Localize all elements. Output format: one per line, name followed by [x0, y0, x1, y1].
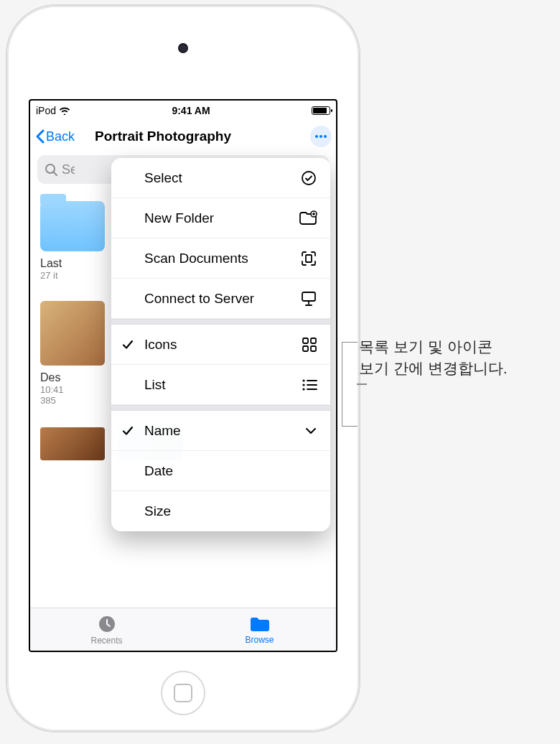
battery-icon — [312, 106, 330, 115]
checkmark-icon — [121, 338, 134, 351]
svg-point-0 — [315, 135, 318, 138]
menu-label: List — [144, 377, 166, 393]
carrier-label: iPod — [36, 105, 56, 116]
menu-separator — [111, 405, 330, 411]
menu-label: Date — [144, 463, 173, 479]
back-label: Back — [46, 129, 75, 144]
wifi-icon — [59, 106, 70, 115]
search-placeholder: Search — [62, 162, 75, 177]
menu-item-sort-size[interactable]: Size — [111, 491, 330, 531]
nav-bar: Back Portrait Photography — [30, 121, 336, 152]
svg-point-3 — [46, 164, 55, 173]
callout-line1: 목록 보기 및 아이콘 — [359, 336, 508, 358]
menu-label: Icons — [144, 337, 177, 353]
server-icon — [300, 291, 317, 307]
ellipsis-icon — [314, 134, 327, 139]
tab-browse[interactable]: Browse — [183, 608, 336, 651]
callout-bracket — [342, 342, 358, 427]
menu-item-new-folder[interactable]: New Folder — [111, 198, 330, 238]
menu-item-sort-date[interactable]: Date — [111, 451, 330, 491]
actions-menu: Select New Folder Scan Documents Connect… — [111, 158, 330, 531]
svg-point-5 — [302, 172, 315, 185]
svg-line-4 — [54, 172, 57, 175]
svg-point-14 — [302, 383, 304, 386]
checkmark-icon — [121, 424, 134, 437]
menu-item-connect-server[interactable]: Connect to Server — [111, 279, 330, 319]
back-button[interactable]: Back — [34, 129, 75, 144]
file-thumbnail[interactable] — [40, 301, 105, 366]
menu-item-scan-documents[interactable]: Scan Documents — [111, 238, 330, 279]
menu-label: Select — [144, 170, 182, 186]
status-bar: iPod 9:41 AM — [30, 101, 336, 121]
search-icon — [45, 163, 57, 176]
svg-point-2 — [324, 135, 327, 138]
svg-rect-9 — [303, 338, 308, 343]
menu-label: Name — [144, 423, 181, 439]
svg-point-1 — [319, 135, 322, 138]
more-button[interactable] — [310, 126, 332, 147]
folder-icon — [249, 615, 271, 633]
menu-separator — [111, 319, 330, 325]
clock: 9:41 AM — [172, 105, 210, 116]
svg-point-15 — [302, 388, 304, 390]
chevron-left-icon — [34, 129, 45, 144]
select-icon — [300, 169, 317, 187]
svg-rect-12 — [311, 346, 316, 351]
list-icon — [302, 378, 317, 391]
folder-icon[interactable] — [40, 201, 105, 251]
new-folder-icon — [299, 210, 317, 226]
menu-label: New Folder — [144, 210, 214, 226]
home-button[interactable] — [161, 671, 205, 715]
menu-item-sort-name[interactable]: Name — [111, 411, 330, 451]
menu-item-select[interactable]: Select — [111, 158, 330, 198]
file-thumbnail[interactable] — [40, 427, 105, 460]
svg-point-13 — [302, 379, 304, 381]
tab-bar: Recents Browse — [30, 608, 336, 651]
svg-rect-8 — [302, 292, 315, 301]
scan-icon — [300, 250, 317, 267]
menu-item-icons[interactable]: Icons — [111, 325, 330, 365]
chevron-down-icon — [304, 427, 317, 435]
callout-line2: 보기 간에 변경합니다. — [359, 358, 508, 379]
clock-icon — [97, 614, 117, 634]
callout-text: 목록 보기 및 아이콘 보기 간에 변경합니다. — [359, 336, 508, 380]
device-frame: iPod 9:41 AM Back Portrait Photography S… — [7, 6, 359, 731]
callout-tick — [357, 383, 367, 385]
tab-label: Browse — [245, 635, 274, 645]
menu-item-list[interactable]: List — [111, 365, 330, 405]
tab-label: Recents — [90, 636, 122, 646]
screen: iPod 9:41 AM Back Portrait Photography S… — [29, 99, 337, 652]
svg-rect-11 — [303, 346, 308, 351]
menu-label: Scan Documents — [144, 251, 248, 266]
grid-icon — [302, 337, 317, 353]
svg-rect-7 — [306, 255, 312, 262]
tab-recents[interactable]: Recents — [30, 608, 183, 651]
svg-rect-10 — [311, 338, 316, 343]
menu-label: Connect to Server — [144, 291, 254, 307]
menu-label: Size — [144, 503, 171, 519]
page-title: Portrait Photography — [95, 129, 231, 144]
